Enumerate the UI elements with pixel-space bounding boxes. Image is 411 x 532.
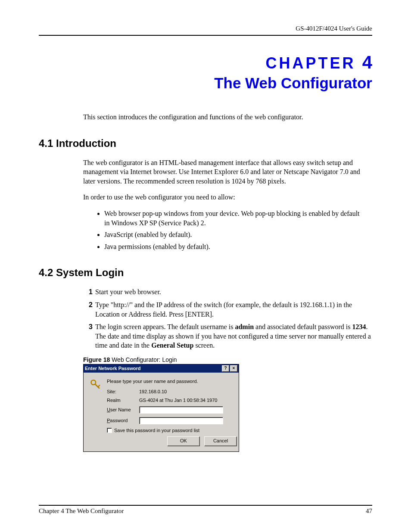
section-4-1-heading: 4.1 Introduction [39, 137, 372, 149]
text-run: and associated default password is [254, 323, 352, 330]
mnemonic: U [107, 407, 110, 412]
header-rule [39, 35, 372, 36]
step-item: 2 Type "http://" and the IP address of t… [83, 300, 372, 319]
help-button[interactable]: ? [222, 365, 229, 372]
list-item: Java permissions (enabled by default). [104, 242, 372, 252]
site-value: 192.168.0.10 [139, 389, 239, 394]
list-item: JavaScript (enabled by default). [104, 230, 372, 240]
ok-button[interactable]: OK [167, 436, 200, 446]
close-button[interactable]: × [230, 365, 237, 372]
text-bold: General Setup [151, 342, 193, 349]
chapter-title: The Web Configurator [39, 75, 372, 92]
password-input[interactable] [139, 417, 223, 424]
section-4-2-steps: 1 Start your web browser. 2 Type "http:/… [39, 287, 372, 350]
chapter-label: CHAPTER 4 [39, 52, 372, 73]
dialog-prompt: Please type your user name and password. [107, 379, 239, 384]
section-4-1-para1: The web configurator is an HTML-based ma… [83, 158, 372, 186]
save-password-label: Save this password in your password list [114, 428, 199, 433]
label-rest: assword [110, 418, 128, 423]
step-item: 1 Start your web browser. [83, 287, 372, 297]
save-password-checkbox[interactable] [107, 428, 112, 433]
figure-label: Figure 18 [83, 356, 110, 363]
dialog-titlebar[interactable]: Enter Network Password ? × [84, 364, 239, 373]
svg-line-2 [98, 385, 100, 387]
chapter-intro: This section introduces the configuratio… [83, 112, 372, 122]
dialog-title: Enter Network Password [85, 366, 221, 371]
chapter-number: 4 [362, 52, 372, 72]
footer-rule [39, 505, 372, 506]
key-icon [90, 379, 102, 391]
username-label: User Name [107, 407, 139, 412]
realm-label: Realm [107, 398, 139, 403]
section-4-2-heading: 4.2 System Login [39, 267, 372, 279]
step-text: Type "http://" and the IP address of the… [95, 300, 372, 319]
text-run: screen. [193, 342, 215, 349]
chapter-label-text: CHAPTER [266, 54, 356, 72]
realm-value: GS-4024 at Thu Jan 1 00:58:34 1970 [139, 398, 239, 403]
text-run: The login screen appears. The default us… [95, 323, 235, 330]
password-label: Password [107, 418, 139, 423]
login-dialog: Enter Network Password ? × Please type y… [83, 364, 239, 452]
footer-page-number: 47 [366, 507, 372, 515]
list-item: Web browser pop-up windows from your dev… [104, 209, 372, 227]
section-4-1-para2: In order to use the web configurator you… [83, 193, 372, 202]
dialog-body: Please type your user name and password.… [84, 373, 239, 451]
step-item: 3 The login screen appears. The default … [83, 322, 372, 350]
figure-caption: Figure 18 Web Configurator: Login [83, 356, 372, 363]
label-rest: ser Name [110, 407, 131, 412]
label-rest: ave this password in your password list [117, 428, 199, 433]
cancel-button[interactable]: Cancel [204, 436, 237, 446]
section-4-1-bullets: Web browser pop-up windows from your dev… [39, 209, 372, 251]
step-text: Start your web browser. [95, 287, 372, 297]
step-number: 3 [83, 322, 95, 350]
figure-caption-text: Web Configurator: Login [110, 356, 177, 363]
header-guide-title: GS-4012F/4024 User's Guide [39, 25, 372, 35]
step-number: 2 [83, 300, 95, 319]
footer-chapter: Chapter 4 The Web Configurator [39, 507, 124, 515]
text-bold: 1234 [352, 323, 366, 330]
step-number: 1 [83, 287, 95, 297]
text-bold: admin [235, 323, 254, 330]
username-input[interactable] [139, 406, 223, 414]
site-label: Site: [107, 389, 139, 394]
page-footer: Chapter 4 The Web Configurator 47 [39, 505, 372, 515]
step-text: The login screen appears. The default us… [95, 322, 372, 350]
